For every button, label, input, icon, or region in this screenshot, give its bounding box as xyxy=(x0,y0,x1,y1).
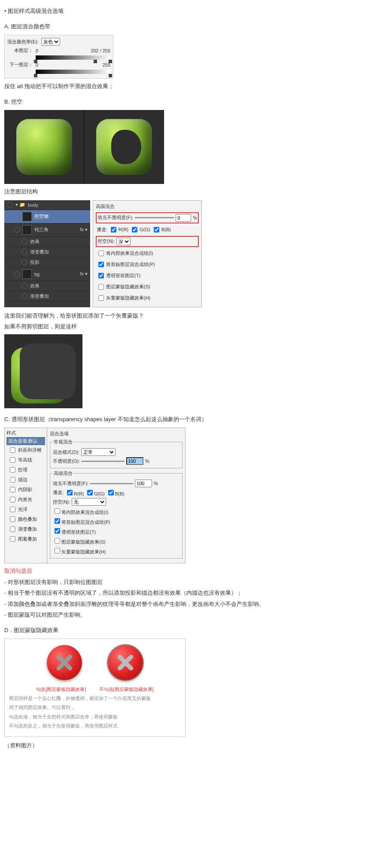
d-note2: 用了相同图层效果。可以看到， xyxy=(9,704,181,711)
uncheck-l2: - 相当于整个图层没有不透明的区域了，所以添加投影和描边都没有效果（内描边也没有… xyxy=(4,589,361,597)
style-inner-glow[interactable]: 内发光 xyxy=(6,495,45,504)
adv-c5[interactable]: 矢量蒙版隐藏效果(H) xyxy=(97,294,150,302)
eye-icon[interactable] xyxy=(14,227,20,233)
eye-icon[interactable] xyxy=(21,259,27,265)
knockout-row: 挖空(N): 深 xyxy=(96,236,199,247)
fill-input[interactable] xyxy=(176,214,191,222)
adv2-c1[interactable]: 将内部效果混合成组(I) xyxy=(53,507,108,516)
adv-c1[interactable]: 将内部效果混合成组(I) xyxy=(97,249,153,257)
style-pattern-overlay[interactable]: 图案叠加 xyxy=(6,534,45,544)
eye-icon[interactable] xyxy=(21,238,27,245)
fill-slider[interactable] xyxy=(135,217,174,218)
no-clip-example xyxy=(4,334,82,408)
blend-mode-select[interactable]: 正常 xyxy=(81,448,116,456)
layer-knockout[interactable]: 挖空物 xyxy=(4,210,90,223)
this-layer-high: 202 / 255 xyxy=(91,48,110,53)
knockout-select-2[interactable]: 无 xyxy=(72,498,106,506)
layer-bg-gradient[interactable]: 渐变叠加 xyxy=(4,291,90,302)
styles-list: 样式 混合选项:默认 斜面和浮雕 等高线 纹理 描边 内阴影 内发光 光泽 颜色… xyxy=(5,428,47,563)
style-default[interactable]: 混合选项:默认 xyxy=(6,437,45,445)
section-a-heading: A. 图层混合颜色带 xyxy=(4,22,361,31)
style-stroke[interactable]: 描边 xyxy=(6,475,45,485)
adv-blend-legend: 高级混合 xyxy=(53,470,73,477)
layer-bg[interactable]: bgfx ▾ xyxy=(4,268,90,281)
fill-opacity-row: 填充不透明度(F): % xyxy=(96,212,199,223)
this-layer-low: 0 xyxy=(36,48,38,53)
icon-solid xyxy=(4,110,84,184)
this-layer-label: 本图层： xyxy=(7,47,33,54)
opacity-input[interactable] xyxy=(126,457,143,465)
channel-b-2[interactable]: B(B) xyxy=(106,489,125,497)
eye-icon[interactable] xyxy=(14,214,20,220)
eye-icon[interactable] xyxy=(7,202,13,208)
styles-hdr: 样式 xyxy=(6,430,45,436)
page-title: • 图层样式高级混合选项 xyxy=(4,7,361,15)
uncheck-l4: - 图层蒙版可以对图层产生影响。 xyxy=(4,611,361,619)
d-note3: 勾选此项，相当于先把样式和图层合并，再使用蒙版 xyxy=(9,714,181,720)
style-texture[interactable]: 纹理 xyxy=(6,465,45,475)
blend-options-dialog: 样式 混合选项:默认 斜面和浮雕 等高线 纹理 描边 内阴影 内发光 光泽 颜色… xyxy=(4,428,186,563)
next-layer-label: 下一图层： xyxy=(7,61,33,68)
adv2-c2[interactable]: 将剪贴图层混合成组(P) xyxy=(53,517,110,526)
normal-blend-legend: 常规混合 xyxy=(53,439,73,445)
section-b-heading: B. 挖空 xyxy=(4,98,361,106)
layer-fx[interactable]: 效果 xyxy=(4,237,90,247)
section-b-caption: 注意图层结构 xyxy=(4,187,361,196)
advanced-blend-panel: 高级混合 填充不透明度(F): % 通道: R(R) G(G) B(B) 挖空(… xyxy=(93,200,202,307)
question-1: 这里我们能否理解为，给形状图层添加了一个矢量蒙版？ xyxy=(4,312,361,320)
style-satin[interactable]: 光泽 xyxy=(6,504,45,514)
footer-text: （资料图片） xyxy=(4,741,361,750)
label-unchecked: 不勾选[图层蒙板隐藏效果] xyxy=(99,686,154,693)
opacity-slider[interactable] xyxy=(82,461,125,462)
uncheck-l3: - 添加颜色叠加或者渐变叠加斜面浮雕的纹理等等都是对整个画布产生影响，更改画布大… xyxy=(4,600,361,608)
fill-input-2[interactable] xyxy=(135,480,152,487)
x-icon xyxy=(55,653,74,672)
this-layer-track[interactable] xyxy=(36,55,110,60)
adv-c3[interactable]: 透明形状图层(T) xyxy=(97,272,140,280)
adv-c2[interactable]: 将剪贴图层混合成组(P) xyxy=(97,260,155,269)
blend-opts-hdr: 混合选项 xyxy=(50,431,182,437)
eye-icon[interactable] xyxy=(21,283,27,289)
layer-triangle[interactable]: 钝三角fx ▾ xyxy=(4,223,90,237)
adv-title: 高级混合 xyxy=(96,203,199,210)
layers-panel: ▾ 📁body 挖空物 钝三角fx ▾ 效果 渐变叠加 投影 bgfx ▾ 效果… xyxy=(4,200,90,307)
adv2-c3[interactable]: 透明形状图层(T) xyxy=(53,527,96,535)
style-bevel[interactable]: 斜面和浮雕 xyxy=(6,445,45,455)
channel-r[interactable]: R(R) xyxy=(109,226,128,234)
d-note1: 两层同样是一个实心红圈，外侧透明，都添加了一个白底黑叉的蒙版 xyxy=(9,695,181,702)
channel-g[interactable]: G(G) xyxy=(130,226,150,234)
section-c-heading: C. 透明形状图层（transparency shapes layer 不知道怎… xyxy=(4,415,361,424)
blend-band-select[interactable]: 灰色 xyxy=(41,38,60,46)
channel-r-2[interactable]: R(R) xyxy=(65,489,84,497)
question-2: 如果不用剪切图层，则是这样 xyxy=(4,322,361,331)
style-inner-shadow[interactable]: 内阴影 xyxy=(6,485,45,495)
layer-gradient[interactable]: 渐变叠加 xyxy=(4,247,90,257)
section-a-caption: 按住 alt 拖动把手可以制作平滑的混合效果； xyxy=(4,82,361,91)
channel-b[interactable]: B(B) xyxy=(152,226,171,234)
d-note4: 不勾选则反之，相当于先使用蒙版，再使用图层样式 xyxy=(9,723,181,729)
mask-effect-demo: 勾选[图层蒙板隐藏效果] 不勾选[图层蒙板隐藏效果] 两层同样是一个实心红圈，外… xyxy=(4,639,186,737)
badge-unchecked xyxy=(108,645,143,680)
label-checked: 勾选[图层蒙板隐藏效果] xyxy=(36,686,86,693)
knockout-select[interactable]: 深 xyxy=(116,238,131,245)
style-contour[interactable]: 等高线 xyxy=(6,455,45,465)
eye-icon[interactable] xyxy=(21,249,27,255)
eye-icon[interactable] xyxy=(21,293,27,299)
adv-c4[interactable]: 图层蒙版隐藏效果(S) xyxy=(97,283,150,291)
blend-band-panel: 混合颜色带(E): 灰色 本图层： 0 202 / 255 下一图层： 0 25… xyxy=(4,35,113,79)
adv2-c4[interactable]: 图层蒙版隐藏效果(S) xyxy=(53,537,106,545)
x-icon xyxy=(116,653,135,672)
style-color-overlay[interactable]: 颜色叠加 xyxy=(6,514,45,524)
style-gradient-overlay[interactable]: 渐变叠加 xyxy=(6,524,45,534)
knockout-examples xyxy=(4,110,361,184)
channel-g-2[interactable]: G(G) xyxy=(85,489,104,497)
eye-icon[interactable] xyxy=(14,271,20,277)
next-layer-track[interactable] xyxy=(36,70,110,74)
layer-bg-fx[interactable]: 效果 xyxy=(4,281,90,291)
blend-band-label: 混合颜色带(E): xyxy=(7,39,39,45)
fill-slider-2[interactable] xyxy=(90,483,133,484)
layer-folder[interactable]: ▾ 📁body xyxy=(4,200,90,210)
adv2-c5[interactable]: 矢量蒙版隐藏效果(H) xyxy=(53,547,106,555)
layer-shadow[interactable]: 投影 xyxy=(4,257,90,268)
badge-checked xyxy=(47,645,82,680)
